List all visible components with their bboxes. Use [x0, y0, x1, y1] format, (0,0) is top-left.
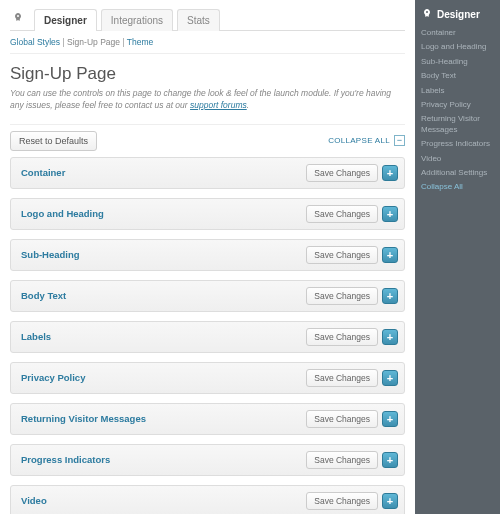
sidebar-item-labels[interactable]: Labels	[421, 84, 494, 98]
crumb-theme[interactable]: Theme	[127, 37, 153, 47]
panel-title[interactable]: Logo and Heading	[21, 208, 104, 219]
panel-returning: Returning Visitor Messages Save Changes …	[10, 403, 405, 435]
tab-designer[interactable]: Designer	[34, 9, 97, 31]
panel-title[interactable]: Body Text	[21, 290, 66, 301]
divider	[10, 124, 405, 125]
sidebar-item-video[interactable]: Video	[421, 152, 494, 166]
tab-integrations[interactable]: Integrations	[101, 9, 173, 31]
rocket-icon	[10, 10, 26, 26]
crumb-current: Sign-Up Page	[67, 37, 120, 47]
panel-progress: Progress Indicators Save Changes +	[10, 444, 405, 476]
reset-button[interactable]: Reset to Defaults	[10, 131, 97, 151]
panel-title[interactable]: Progress Indicators	[21, 454, 110, 465]
intro-text: You can use the controls on this page to…	[10, 88, 405, 112]
expand-button[interactable]: +	[382, 329, 398, 345]
panel-video: Video Save Changes +	[10, 485, 405, 514]
tab-bar: Designer Integrations Stats	[10, 8, 405, 31]
panel-title[interactable]: Sub-Heading	[21, 249, 80, 260]
tab-stats[interactable]: Stats	[177, 9, 220, 31]
save-button[interactable]: Save Changes	[306, 246, 378, 264]
sidebar-item-container[interactable]: Container	[421, 26, 494, 40]
save-button[interactable]: Save Changes	[306, 205, 378, 223]
expand-button[interactable]: +	[382, 247, 398, 263]
panel-title[interactable]: Returning Visitor Messages	[21, 413, 146, 424]
sidebar-item-progress[interactable]: Progress Indicators	[421, 137, 494, 151]
panel-sub: Sub-Heading Save Changes +	[10, 239, 405, 271]
sidebar-title: Designer	[421, 8, 494, 20]
panel-title[interactable]: Labels	[21, 331, 51, 342]
panel-body: Body Text Save Changes +	[10, 280, 405, 312]
sidebar-item-sub[interactable]: Sub-Heading	[421, 55, 494, 69]
panel-labels: Labels Save Changes +	[10, 321, 405, 353]
expand-button[interactable]: +	[382, 411, 398, 427]
save-button[interactable]: Save Changes	[306, 451, 378, 469]
panel-title[interactable]: Privacy Policy	[21, 372, 85, 383]
save-button[interactable]: Save Changes	[306, 492, 378, 510]
sidebar-item-returning[interactable]: Returning Visitor Messages	[421, 112, 494, 137]
sidebar-item-logo[interactable]: Logo and Heading	[421, 40, 494, 54]
sidebar-item-additional[interactable]: Additional Settings	[421, 166, 494, 180]
collapse-all-button[interactable]: COLLAPSE ALL −	[328, 135, 405, 146]
save-button[interactable]: Save Changes	[306, 369, 378, 387]
support-link[interactable]: support forums	[190, 100, 247, 110]
panel-title[interactable]: Container	[21, 167, 65, 178]
page-title: Sign-Up Page	[10, 64, 405, 84]
collapse-icon: −	[394, 135, 405, 146]
expand-button[interactable]: +	[382, 206, 398, 222]
expand-button[interactable]: +	[382, 370, 398, 386]
expand-button[interactable]: +	[382, 452, 398, 468]
panel-privacy: Privacy Policy Save Changes +	[10, 362, 405, 394]
sidebar: Designer Container Logo and Heading Sub-…	[415, 0, 500, 514]
expand-button[interactable]: +	[382, 493, 398, 509]
save-button[interactable]: Save Changes	[306, 328, 378, 346]
expand-button[interactable]: +	[382, 165, 398, 181]
panel-container: Container Save Changes +	[10, 157, 405, 189]
save-button[interactable]: Save Changes	[306, 410, 378, 428]
panel-logo: Logo and Heading Save Changes +	[10, 198, 405, 230]
breadcrumb: Global Styles | Sign-Up Page | Theme	[10, 31, 405, 54]
sidebar-item-privacy[interactable]: Privacy Policy	[421, 98, 494, 112]
sidebar-item-body[interactable]: Body Text	[421, 69, 494, 83]
rocket-icon	[421, 8, 433, 20]
save-button[interactable]: Save Changes	[306, 164, 378, 182]
sidebar-item-collapse[interactable]: Collapse All	[421, 180, 494, 194]
panel-title[interactable]: Video	[21, 495, 47, 506]
expand-button[interactable]: +	[382, 288, 398, 304]
save-button[interactable]: Save Changes	[306, 287, 378, 305]
crumb-global[interactable]: Global Styles	[10, 37, 60, 47]
